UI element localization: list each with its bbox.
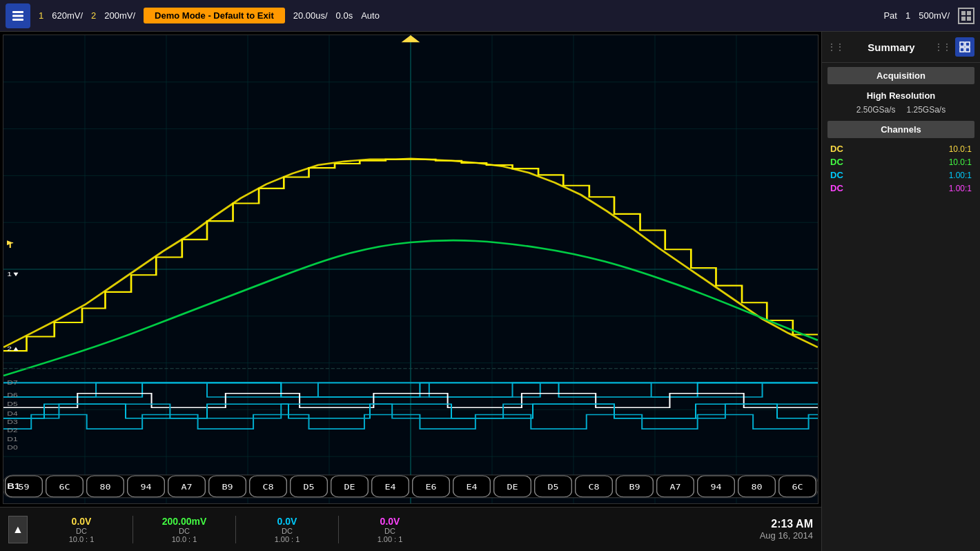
svg-text:C8: C8 bbox=[588, 483, 599, 492]
panel-dots-right: ⋮⋮ bbox=[934, 42, 951, 52]
svg-text:C8: C8 bbox=[262, 483, 273, 492]
svg-rect-24 bbox=[3, 475, 818, 498]
svg-text:D5: D5 bbox=[547, 483, 558, 492]
panel-ch1-ratio: 10.0:1 bbox=[949, 144, 972, 154]
trigger-pos: 0.0s bbox=[336, 10, 353, 21]
time-display: 2:13 AM bbox=[760, 518, 813, 530]
scope-display: 59 6C 80 94 A7 B9 C8 D5 bbox=[0, 32, 821, 551]
svg-text:80: 80 bbox=[99, 483, 110, 492]
svg-text:E4: E4 bbox=[466, 483, 477, 492]
ch1-coupling: DC bbox=[76, 527, 87, 535]
ch1-bottom: 0.0V DC 10.0 : 1 bbox=[47, 516, 116, 543]
svg-rect-78 bbox=[960, 42, 964, 46]
ch4-ratio: 1.00 : 1 bbox=[378, 535, 403, 543]
ch2-scale: 200mV/ bbox=[104, 10, 135, 21]
svg-text:D5: D5 bbox=[303, 483, 314, 492]
ch2-label: 2 bbox=[91, 10, 96, 21]
svg-text:D7: D7 bbox=[7, 379, 17, 386]
panel-dots-left: ⋮⋮ bbox=[827, 42, 844, 52]
high-resolution-row: High Resolution bbox=[822, 88, 980, 103]
divider-2 bbox=[235, 516, 236, 543]
ch2-bottom: 200.00mV DC 10.0 : 1 bbox=[150, 516, 219, 543]
ch3-voltage: 0.0V bbox=[277, 516, 297, 527]
svg-text:1▼: 1▼ bbox=[7, 271, 20, 278]
svg-rect-1 bbox=[12, 14, 23, 17]
grid-icon[interactable] bbox=[958, 8, 974, 24]
svg-text:A7: A7 bbox=[669, 483, 680, 492]
bottom-time: 2:13 AM Aug 16, 2014 bbox=[760, 518, 813, 541]
svg-text:94: 94 bbox=[710, 483, 721, 492]
svg-text:DE: DE bbox=[344, 483, 355, 492]
ch3-coupling: DC bbox=[282, 527, 293, 535]
waveform-area: 59 6C 80 94 A7 B9 C8 D5 bbox=[3, 35, 819, 504]
panel-icon-button[interactable] bbox=[955, 37, 974, 57]
svg-text:▶: ▶ bbox=[7, 238, 14, 245]
timebase: 20.00us/ bbox=[293, 10, 328, 21]
svg-text:B1: B1 bbox=[7, 482, 20, 491]
ch3-bottom: 0.0V DC 1.00 : 1 bbox=[253, 516, 322, 543]
svg-text:B9: B9 bbox=[629, 483, 640, 492]
divider-1 bbox=[133, 516, 133, 543]
svg-rect-2 bbox=[12, 19, 23, 21]
panel-ch4-row: DC 1.00:1 bbox=[822, 182, 980, 195]
svg-rect-80 bbox=[960, 48, 964, 52]
panel-ch3-row: DC 1.00:1 bbox=[822, 168, 980, 182]
svg-text:D1: D1 bbox=[7, 435, 17, 442]
top-bar: 1 620mV/ 2 200mV/ Demo Mode - Default to… bbox=[0, 0, 980, 32]
demo-mode-button[interactable]: Demo Mode - Default to Exit bbox=[144, 8, 285, 23]
bottom-bar: ▲ 0.0V DC 10.0 : 1 200.00mV DC 10.0 : 1 … bbox=[0, 507, 821, 551]
svg-rect-79 bbox=[966, 42, 970, 46]
scroll-up-button[interactable]: ▲ bbox=[8, 516, 28, 543]
ch4-voltage: 0.0V bbox=[380, 516, 400, 527]
svg-text:6C: 6C bbox=[792, 483, 803, 492]
ch1-ratio: 10.0 : 1 bbox=[69, 535, 95, 543]
ch4-bottom: 0.0V DC 1.00 : 1 bbox=[355, 516, 424, 543]
panel-ch4-coupling: DC bbox=[830, 183, 843, 193]
date-display: Aug 16, 2014 bbox=[760, 530, 813, 541]
svg-text:D0: D0 bbox=[7, 443, 17, 450]
svg-text:D5: D5 bbox=[7, 400, 17, 407]
panel-ch3-ratio: 1.00:1 bbox=[949, 171, 972, 180]
ch1-scale: 620mV/ bbox=[52, 10, 83, 21]
svg-text:D3: D3 bbox=[7, 418, 17, 425]
channels-button[interactable]: Channels bbox=[827, 121, 974, 138]
panel-ch2-coupling: DC bbox=[830, 157, 843, 167]
panel-title: Summary bbox=[848, 41, 934, 53]
svg-text:A7: A7 bbox=[181, 483, 192, 492]
right-panel: ⋮⋮ Summary ⋮⋮ Acquisition High Resolutio… bbox=[821, 32, 980, 551]
svg-text:E6: E6 bbox=[425, 483, 436, 492]
trigger-mode: Auto bbox=[361, 10, 380, 21]
pat-num: 1 bbox=[905, 10, 910, 21]
panel-ch1-row: DC 10.0:1 bbox=[822, 142, 980, 155]
sampling-rate-1: 2.50GSa/s bbox=[856, 105, 896, 115]
ch2-coupling: DC bbox=[179, 527, 190, 535]
svg-text:B9: B9 bbox=[222, 483, 233, 492]
panel-ch2-row: DC 10.0:1 bbox=[822, 155, 980, 168]
acquisition-button[interactable]: Acquisition bbox=[827, 67, 974, 84]
ch4-coupling: DC bbox=[384, 527, 395, 535]
svg-text:E4: E4 bbox=[384, 483, 395, 492]
pat-label: Pat bbox=[883, 10, 897, 21]
sampling-rate-2: 1.25GSa/s bbox=[907, 105, 946, 115]
sampling-rates: 2.50GSa/s 1.25GSa/s bbox=[822, 103, 980, 117]
svg-text:D4: D4 bbox=[7, 409, 17, 416]
svg-text:D2: D2 bbox=[7, 427, 17, 434]
ch1-label: 1 bbox=[39, 10, 43, 21]
divider-3 bbox=[338, 516, 339, 543]
panel-ch1-coupling: DC bbox=[830, 144, 843, 154]
menu-icon[interactable] bbox=[6, 3, 30, 28]
svg-rect-0 bbox=[12, 11, 23, 13]
panel-ch2-ratio: 10.0:1 bbox=[949, 157, 972, 167]
svg-text:80: 80 bbox=[751, 483, 762, 492]
waveform-svg: 59 6C 80 94 A7 B9 C8 D5 bbox=[3, 35, 818, 503]
panel-ch3-coupling: DC bbox=[830, 170, 843, 180]
svg-text:6C: 6C bbox=[59, 483, 70, 492]
ch2-voltage: 200.00mV bbox=[162, 516, 207, 527]
svg-text:2▲: 2▲ bbox=[7, 345, 20, 352]
panel-header: ⋮⋮ Summary ⋮⋮ bbox=[822, 32, 980, 63]
ch2-ratio: 10.0 : 1 bbox=[172, 535, 197, 543]
ch1-voltage: 0.0V bbox=[72, 516, 92, 527]
main-content: 59 6C 80 94 A7 B9 C8 D5 bbox=[0, 32, 980, 551]
ch3-ratio: 1.00 : 1 bbox=[275, 535, 300, 543]
svg-text:DE: DE bbox=[507, 483, 518, 492]
